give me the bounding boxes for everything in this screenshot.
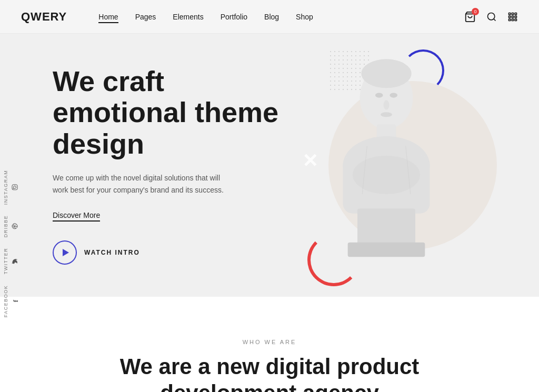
facebook-icon: f <box>12 300 20 302</box>
sidebar-item-dribbe[interactable]: Dribbe <box>0 210 23 243</box>
dribbe-icon <box>12 223 18 229</box>
hero-title: We craft emotional theme design <box>53 66 295 159</box>
svg-rect-2 <box>509 13 511 14</box>
header-actions: 0 <box>464 11 518 23</box>
svg-point-16 <box>361 59 411 88</box>
svg-rect-26 <box>348 243 425 257</box>
cart-badge: 0 <box>472 8 479 15</box>
svg-rect-7 <box>515 16 516 17</box>
nav-item-home[interactable]: Home <box>98 13 118 21</box>
cart-button[interactable]: 0 <box>464 11 476 23</box>
sidebar-item-facebook[interactable]: Facebook f <box>0 280 23 323</box>
svg-point-20 <box>381 112 392 117</box>
svg-point-12 <box>14 186 16 188</box>
watch-intro-button[interactable]: WATCH INTRO <box>53 240 295 265</box>
hero-description: We come up with the novel digital soluti… <box>53 172 232 196</box>
svg-point-18 <box>390 93 397 98</box>
logo[interactable]: QWERY <box>21 10 67 24</box>
nav-item-blog[interactable]: Blog <box>264 13 279 21</box>
dribbe-label: Dribbe <box>3 215 8 238</box>
sidebar-item-instagram[interactable]: Instagram <box>0 164 23 209</box>
twitter-label: Twitter <box>3 248 8 275</box>
instagram-icon <box>12 184 18 190</box>
nav-item-elements[interactable]: Elements <box>173 13 203 21</box>
svg-rect-9 <box>512 19 513 21</box>
discover-more-link[interactable]: Discover More <box>53 211 100 222</box>
hero-content: We craft emotional theme design We come … <box>53 66 295 265</box>
svg-point-19 <box>384 100 390 109</box>
nav-item-portfolio[interactable]: Portfolio <box>221 13 247 21</box>
svg-rect-4 <box>515 13 516 14</box>
play-button[interactable] <box>53 240 77 265</box>
header: QWERY Home Pages Elements Portfolio Blog… <box>0 0 539 34</box>
section-eyebrow: WHO WE ARE <box>21 339 518 345</box>
svg-rect-25 <box>357 209 415 247</box>
svg-point-13 <box>13 188 14 189</box>
statue-svg <box>313 49 460 281</box>
svg-rect-6 <box>512 16 513 17</box>
svg-point-17 <box>375 93 383 98</box>
nav-item-pages[interactable]: Pages <box>135 13 156 21</box>
instagram-label: Instagram <box>3 169 8 204</box>
twitter-icon <box>12 258 18 264</box>
watch-intro-label: WATCH INTRO <box>84 249 140 256</box>
sidebar-item-twitter[interactable]: Twitter <box>0 243 23 280</box>
hero-statue: ✕ <box>286 34 486 297</box>
main-content: ✕ <box>0 34 539 392</box>
cross-decoration: ✕ <box>302 150 318 172</box>
hero-section: ✕ <box>0 34 539 297</box>
svg-rect-8 <box>509 19 511 21</box>
nav-item-shop[interactable]: Shop <box>296 13 313 21</box>
svg-point-1 <box>488 13 495 19</box>
play-icon <box>63 249 69 256</box>
svg-rect-10 <box>515 19 516 21</box>
facebook-label: Facebook <box>3 285 8 318</box>
grid-menu-button[interactable] <box>507 12 518 22</box>
main-nav: Home Pages Elements Portfolio Blog Shop <box>98 13 464 21</box>
who-we-are-section: WHO WE ARE We are a new digital product … <box>0 297 539 392</box>
svg-rect-3 <box>512 13 513 14</box>
section-title: We are a new digital product development… <box>106 354 433 392</box>
sidebar-social: Instagram Dribbe Twitter Facebook f <box>0 164 23 323</box>
search-button[interactable] <box>486 12 497 22</box>
svg-rect-5 <box>509 16 511 17</box>
